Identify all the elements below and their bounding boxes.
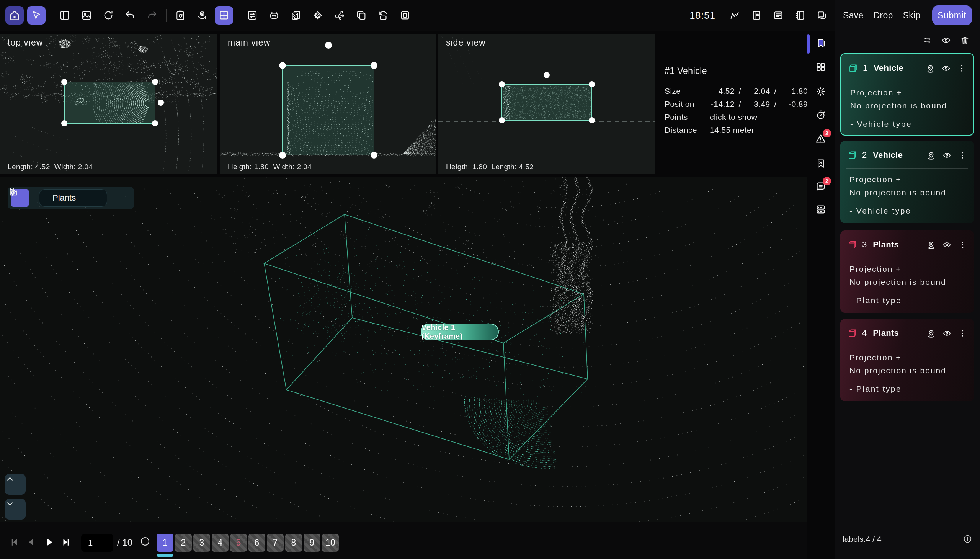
auto-annotate-button[interactable] [265,6,283,25]
document-button[interactable] [747,6,766,25]
image-view-button[interactable] [77,6,96,25]
reload-button[interactable] [99,6,117,25]
points-row[interactable]: Points click to show [664,111,808,124]
select-tool-button[interactable] [27,6,46,25]
projection-label[interactable]: Projection + [849,265,966,274]
box-3d-button[interactable] [309,6,327,25]
frame-button-3[interactable]: 3 [193,534,210,552]
projection-label[interactable]: Projection + [850,88,965,97]
flip-button[interactable] [374,6,392,25]
frame-number-input[interactable] [81,534,113,552]
comments-tab[interactable]: 2 [815,181,826,192]
notebook-icon [794,10,806,21]
task-actions: Save Drop Skip Submit [843,5,972,25]
frame-total: / 10 [117,537,132,548]
copy-frame-button[interactable] [171,6,190,25]
annotation-card-2[interactable]: 2 Vehicle Projection + No projection is … [840,141,974,223]
feedback-button[interactable] [813,6,831,25]
locate-pin-icon[interactable] [926,329,936,338]
kebab-menu-icon[interactable] [957,64,967,73]
undo-button[interactable] [121,6,139,25]
delete-all-trash-icon[interactable] [960,35,970,46]
locate-pin-icon[interactable] [926,150,936,160]
server-rows-icon [815,204,826,215]
size-row: Size 4.52/ 2.04/ 1.80 [664,84,808,98]
frame-button-1[interactable]: 1 [157,534,174,552]
projection-label[interactable]: Projection + [849,175,966,184]
scene-3d-viewport[interactable]: Vehicle 1 (Keyframe) Plants [0,177,807,522]
frame-up-button[interactable] [5,474,26,495]
classes-tab[interactable] [815,61,826,73]
save-button[interactable]: Save [843,10,864,21]
list-button[interactable] [769,6,787,25]
frame-button-9[interactable]: 9 [304,534,321,552]
info-circle-icon[interactable] [963,534,972,544]
keyframe-label[interactable]: Vehicle 1 (Keyframe) [421,324,499,341]
kebab-menu-icon[interactable] [958,240,967,250]
focus-frame-button[interactable] [396,6,414,25]
kebab-menu-icon[interactable] [958,150,967,160]
timer-tab[interactable] [815,109,826,121]
info-circle-icon[interactable] [140,536,150,547]
swap-button[interactable] [243,6,261,25]
eye-icon[interactable] [942,240,952,250]
locate-pin-icon[interactable] [925,64,935,73]
scene-bbox-wireframe[interactable] [0,177,807,522]
frame-down-button[interactable] [5,499,26,519]
locate-pin-icon[interactable] [926,240,936,250]
eye-icon[interactable] [942,150,952,160]
panel-layout-button[interactable] [56,6,74,25]
grid-layout-button[interactable] [215,6,233,25]
show-all-eye-icon[interactable] [941,35,951,46]
duplicate-button[interactable] [352,6,370,25]
notebook-button[interactable] [791,6,809,25]
side-view-bbox[interactable] [438,34,654,174]
drop-button[interactable]: Drop [874,10,893,21]
eye-icon[interactable] [942,329,952,338]
activity-button[interactable] [725,6,744,25]
kebab-menu-icon[interactable] [958,329,967,338]
annotation-card-1[interactable]: 1 Vehicle Projection + No projection is … [840,53,974,136]
top-view-panel: top view Length: 4.52 Width: 2.04 [0,34,217,174]
file-text-icon [751,10,762,21]
frame-button-7[interactable]: 7 [267,534,284,552]
results-tab[interactable] [815,38,826,49]
layers-button[interactable] [287,6,305,25]
settings-tab[interactable] [815,86,826,97]
annotation-card-3[interactable]: 3 Plants Projection + No projection is b… [840,230,974,313]
swap-icon [246,10,258,21]
invalid-labels-tab[interactable] [815,158,826,169]
annotation-card-4[interactable]: 4 Plants Projection + No projection is b… [840,319,974,401]
issues-badge: 2 [823,129,831,137]
play-button[interactable] [44,536,55,548]
redo-button[interactable] [143,6,161,25]
issues-tab[interactable]: 2 [815,133,826,144]
projection-status: No projection is bound [849,278,966,287]
previous-frame-button[interactable] [25,536,37,548]
eye-icon[interactable] [941,64,951,73]
frame-button-10[interactable]: 10 [322,534,339,552]
top-view-metrics: Length: 4.52 Width: 2.04 [8,163,93,171]
top-view-bbox[interactable] [0,34,217,174]
data-sources-tab[interactable] [815,204,826,215]
gear-icon [815,86,826,97]
frame-button-4[interactable]: 4 [212,534,228,552]
camera-orbit-icon [197,10,208,21]
orbit-view-button[interactable] [193,6,211,25]
frame-button-5[interactable]: 5 [230,534,247,552]
transfer-all-icon[interactable] [922,35,932,46]
card-number: 3 [862,240,867,250]
point-graph-button[interactable] [331,6,349,25]
frame-button-6[interactable]: 6 [248,534,265,552]
frame-button-2[interactable]: 2 [175,534,192,552]
last-frame-button[interactable] [61,536,72,548]
submit-button[interactable]: Submit [932,5,972,25]
home-button[interactable] [5,6,24,25]
main-view-bbox[interactable] [220,34,436,174]
skip-button[interactable]: Skip [903,10,921,21]
projection-label[interactable]: Projection + [849,353,966,362]
first-frame-button[interactable] [8,536,20,548]
class-dropdown[interactable]: Plants [39,189,107,207]
frame-button-8[interactable]: 8 [285,534,302,552]
frame-box-icon [399,10,411,21]
